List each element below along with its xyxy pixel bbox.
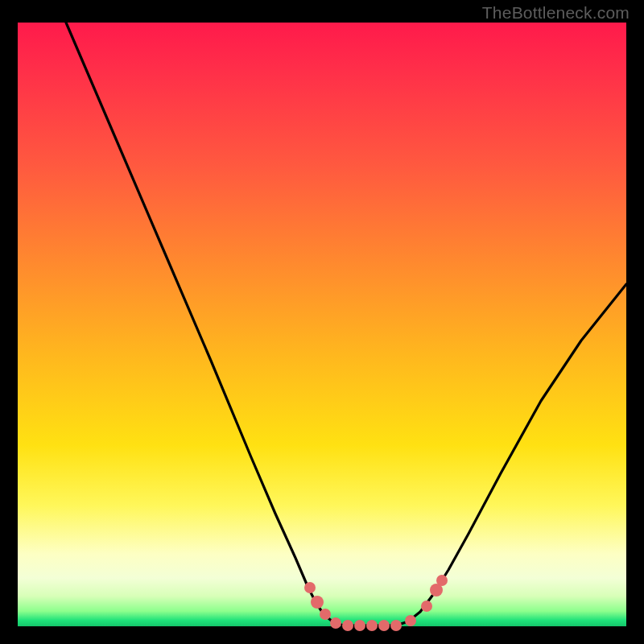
curve-marker	[378, 620, 390, 631]
bottleneck-curve	[18, 23, 626, 626]
curve-marker	[304, 582, 316, 593]
curve-marker	[342, 620, 353, 631]
curve-marker	[390, 620, 402, 631]
curve-marker	[330, 617, 341, 629]
curve-markers	[304, 575, 448, 631]
curve-marker	[405, 615, 416, 626]
curve-marker	[436, 575, 448, 586]
curve-marker	[421, 601, 432, 612]
watermark-text: TheBottleneck.com	[482, 3, 630, 23]
curve-marker	[366, 620, 378, 631]
curve-marker	[320, 609, 331, 620]
curve-path	[66, 23, 626, 625]
chart-frame: TheBottleneck.com	[0, 0, 644, 644]
curve-marker	[354, 620, 365, 631]
plot-area	[18, 23, 626, 626]
curve-marker	[311, 596, 324, 609]
